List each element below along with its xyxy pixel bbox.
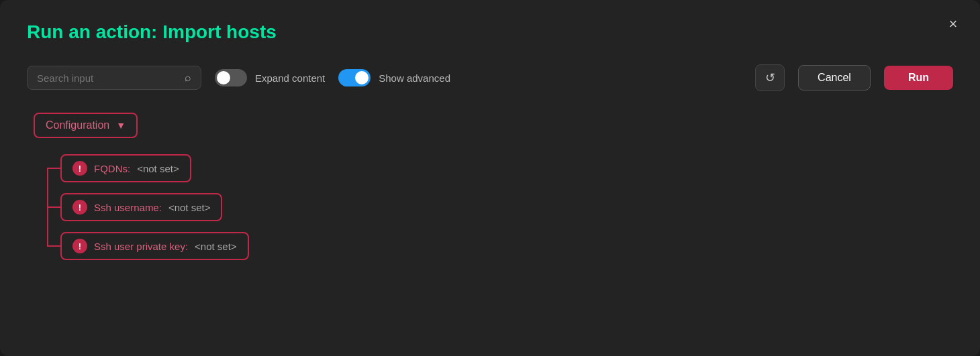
expand-content-label: Expand content — [255, 72, 325, 84]
fqdns-value: <not set> — [137, 163, 179, 174]
toolbar: ⌕ Expand content Show advanced ↺ Cancel … — [27, 64, 953, 91]
configuration-section: Configuration ▼ ! FQDNs: <not set> ! Ssh… — [34, 113, 953, 271]
show-advanced-label: Show advanced — [379, 72, 450, 84]
warning-icon-fqdns: ! — [72, 161, 87, 176]
warning-icon-ssh-username: ! — [72, 200, 87, 215]
config-item-ssh-username-wrap: ! Ssh username: <not set> — [60, 193, 953, 221]
ssh-key-label: Ssh user private key: — [94, 241, 188, 252]
show-advanced-group: Show advanced — [338, 69, 450, 86]
expand-content-group: Expand content — [215, 69, 325, 86]
warning-icon-ssh-key: ! — [72, 239, 87, 253]
expand-toggle-thumb — [217, 71, 230, 84]
chevron-down-icon: ▼ — [116, 120, 126, 131]
run-button[interactable]: Run — [884, 66, 953, 90]
show-advanced-toggle[interactable] — [338, 69, 371, 86]
modal-title: Run an action: Import hosts — [27, 21, 953, 43]
configuration-children: ! FQDNs: <not set> ! Ssh username: <not … — [60, 154, 953, 271]
close-button[interactable]: × — [942, 13, 964, 35]
expand-content-toggle[interactable] — [215, 69, 247, 86]
ssh-key-value: <not set> — [195, 241, 237, 252]
search-box: ⌕ — [27, 66, 201, 90]
config-item-fqdns[interactable]: ! FQDNs: <not set> — [60, 154, 191, 182]
config-item-ssh-key[interactable]: ! Ssh user private key: <not set> — [60, 232, 249, 260]
search-input[interactable] — [37, 72, 178, 84]
ssh-username-value: <not set> — [168, 202, 211, 213]
modal-container: × Run an action: Import hosts ⌕ Expand c… — [0, 0, 980, 356]
fqdns-label: FQDNs: — [94, 163, 130, 174]
search-icon: ⌕ — [185, 72, 191, 84]
config-item-ssh-username[interactable]: ! Ssh username: <not set> — [60, 193, 222, 221]
ssh-username-label: Ssh username: — [94, 202, 162, 213]
cancel-button[interactable]: Cancel — [798, 65, 871, 91]
configuration-header[interactable]: Configuration ▼ — [34, 113, 138, 138]
config-item-fqdns-wrap: ! FQDNs: <not set> — [60, 154, 953, 182]
reset-button[interactable]: ↺ — [755, 64, 785, 91]
config-item-ssh-key-wrap: ! Ssh user private key: <not set> — [60, 232, 953, 260]
configuration-label: Configuration — [46, 119, 109, 131]
